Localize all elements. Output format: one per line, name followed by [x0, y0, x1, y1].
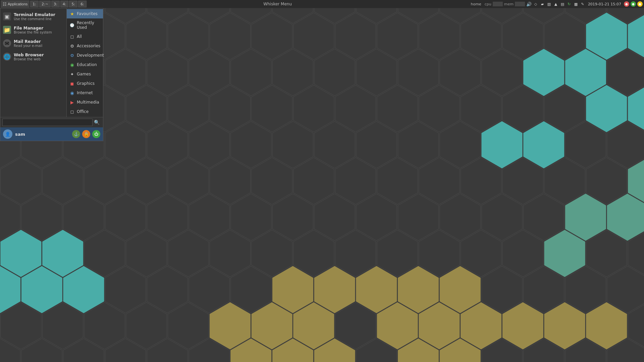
- favourites-icon: ★: [69, 11, 75, 16]
- category-internet-label: Internet: [77, 90, 93, 95]
- mailreader-name: Mail Reader: [14, 39, 42, 44]
- mailreader-icon: ✉: [3, 39, 11, 47]
- office-icon: ◻: [69, 109, 75, 114]
- user-name: sam: [15, 132, 69, 137]
- games-icon: ✦: [69, 71, 75, 77]
- mailreader-desc: Read your e-mail: [14, 44, 42, 48]
- mem-graph: [515, 2, 525, 6]
- category-graphics-label: Graphics: [77, 81, 95, 86]
- apps-icon: ☷: [3, 2, 7, 7]
- task-item-1[interactable]: 1:: [30, 1, 39, 7]
- search-input[interactable]: [2, 119, 93, 126]
- workspace-label: home: [469, 2, 483, 6]
- accessories-icon: ⚙: [69, 43, 75, 49]
- category-games-label: Games: [77, 72, 91, 76]
- user-circle-yellow[interactable]: ●: [637, 1, 643, 7]
- pencil-icon[interactable]: ✎: [580, 1, 585, 7]
- webbrowser-name: Web Browser: [14, 53, 44, 57]
- category-office[interactable]: ◻ Office: [67, 107, 103, 116]
- category-favourites-label: Favourites: [77, 11, 98, 16]
- user-avatar: 👤: [3, 129, 12, 139]
- menu-user-row: 👤 sam ⚓ 🔒 ⏻: [0, 127, 103, 141]
- app-item-webbrowser[interactable]: 🌐 Web Browser Browse the web: [0, 50, 66, 63]
- category-accessories-label: Accessories: [77, 44, 100, 48]
- user-settings-button[interactable]: ⚓: [72, 130, 80, 138]
- task-item-5[interactable]: 5:: [69, 1, 77, 7]
- cpu-label: cpu: [485, 2, 491, 6]
- user-lock-button[interactable]: 🔒: [82, 130, 90, 138]
- terminal-icon: ▣: [3, 12, 11, 20]
- task-item-6[interactable]: 6:: [78, 1, 87, 7]
- user-circle-green[interactable]: ●: [631, 1, 636, 7]
- shield-icon[interactable]: ▧: [546, 1, 552, 7]
- mem-label: mem: [504, 2, 514, 6]
- terminal-name: Terminal Emulator: [14, 12, 55, 17]
- user-logout-button[interactable]: ⏻: [92, 130, 100, 138]
- bluetooth-icon[interactable]: ▰: [540, 1, 545, 7]
- all-icon: ◻: [69, 34, 75, 39]
- taskbar-left: ☷ Applications 1: 2:~ 3: 4: 5: 6:: [0, 0, 87, 8]
- terminal-desc: Use the command line: [14, 17, 55, 21]
- filemanager-icon: 📁: [3, 26, 11, 34]
- category-recently-used[interactable]: 🕐 Recently Used: [67, 18, 103, 32]
- clock: 2019-01-21 15:07: [587, 2, 623, 6]
- category-accessories[interactable]: ⚙ Accessories: [67, 41, 103, 51]
- app-item-filemanager[interactable]: 📁 File Manager Browse the file system: [0, 23, 66, 37]
- webbrowser-icon: 🌐: [3, 53, 11, 61]
- app-item-mailreader[interactable]: ✉ Mail Reader Read your e-mail: [0, 37, 66, 50]
- recently-used-icon: 🕐: [69, 22, 75, 28]
- category-recently-used-label: Recently Used: [77, 20, 100, 30]
- filemanager-desc: Browse the file system: [14, 31, 52, 34]
- cpu-graph: [493, 2, 503, 6]
- category-all[interactable]: ◻ All: [67, 32, 103, 41]
- development-icon: ⚙: [69, 53, 75, 58]
- taskbar: ☷ Applications 1: 2:~ 3: 4: 5: 6: Whiske…: [0, 0, 644, 8]
- network-icon[interactable]: ▲: [553, 1, 558, 7]
- taskbar-center-title: Whisker Menu: [87, 2, 469, 6]
- cloud-icon[interactable]: ▤: [560, 1, 565, 7]
- internet-icon: ◉: [69, 90, 75, 96]
- taskbar-right: home cpu mem 🔊 ◇ ▰ ▧ ▲ ▤ ↻ ▩ ✎ 2019-01-2…: [469, 1, 644, 7]
- dropbox-icon[interactable]: ◇: [533, 1, 538, 7]
- multimedia-icon: ▶: [69, 100, 75, 105]
- menu-search-bar: 🔍: [0, 117, 103, 127]
- category-games[interactable]: ✦ Games: [67, 69, 103, 79]
- menu-categories-panel: ★ Favourites 🕐 Recently Used ◻ All ⚙ Acc…: [67, 8, 103, 117]
- task-item-3[interactable]: 3:: [51, 1, 60, 7]
- menu-favorites-panel: ▣ Terminal Emulator Use the command line…: [0, 8, 67, 117]
- category-education[interactable]: ◉ Education: [67, 60, 103, 69]
- user-circle-red[interactable]: ●: [624, 1, 629, 7]
- category-all-label: All: [77, 34, 82, 39]
- display-icon[interactable]: ▩: [573, 1, 579, 7]
- category-favourites[interactable]: ★ Favourites: [67, 9, 103, 18]
- category-development[interactable]: ⚙ Development: [67, 51, 103, 60]
- whisker-menu: ▣ Terminal Emulator Use the command line…: [0, 8, 103, 141]
- applications-menu-button[interactable]: ☷ Applications: [1, 0, 30, 8]
- category-internet[interactable]: ◉ Internet: [67, 88, 103, 98]
- sync-icon[interactable]: ↻: [567, 1, 572, 7]
- category-education-label: Education: [77, 62, 97, 67]
- category-graphics[interactable]: ◼ Graphics: [67, 79, 103, 88]
- app-item-terminal[interactable]: ▣ Terminal Emulator Use the command line: [0, 10, 66, 23]
- task-item-2[interactable]: 2:~: [39, 1, 51, 7]
- graphics-icon: ◼: [69, 81, 75, 86]
- category-multimedia-label: Multimedia: [77, 100, 99, 105]
- education-icon: ◉: [69, 62, 75, 67]
- webbrowser-desc: Browse the web: [14, 57, 44, 61]
- apps-label: Applications: [8, 2, 28, 6]
- task-item-4[interactable]: 4:: [60, 1, 69, 7]
- menu-body: ▣ Terminal Emulator Use the command line…: [0, 8, 103, 117]
- category-office-label: Office: [77, 109, 89, 114]
- category-multimedia[interactable]: ▶ Multimedia: [67, 98, 103, 107]
- category-development-label: Development: [77, 53, 104, 58]
- volume-icon[interactable]: 🔊: [526, 1, 532, 7]
- user-actions: ⚓ 🔒 ⏻: [72, 130, 100, 138]
- filemanager-name: File Manager: [14, 26, 52, 31]
- search-button[interactable]: 🔍: [93, 119, 101, 126]
